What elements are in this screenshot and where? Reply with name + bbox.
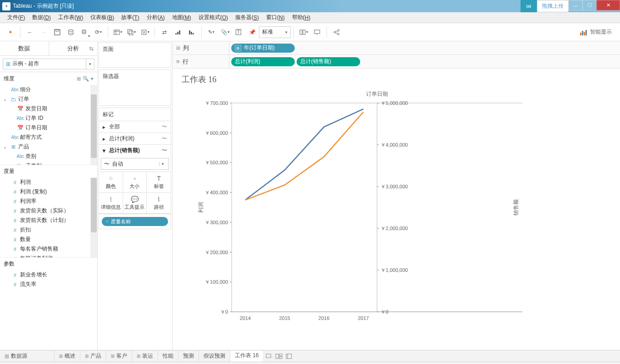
menu-7[interactable]: 设置格式(O): [195, 12, 232, 23]
mark-cell-详细信息[interactable]: ⁞详细信息: [99, 193, 123, 214]
redo-button[interactable]: →: [37, 25, 50, 39]
menu-0[interactable]: 文件(F): [4, 12, 29, 23]
field-每笔订单利润[interactable]: #每笔订单利润: [0, 254, 97, 257]
scrollbar[interactable]: [90, 177, 97, 257]
menu-icon[interactable]: ▾: [91, 76, 94, 82]
datasource-dropdown-arrow[interactable]: ▾: [86, 59, 94, 69]
pill-sum-sales[interactable]: 总计(销售额): [297, 57, 360, 66]
field-发货前天数（计划）[interactable]: #发货前天数（计划）: [0, 216, 97, 225]
show-me-button[interactable]: 智能显示: [580, 28, 616, 36]
field-邮寄方式[interactable]: Abc邮寄方式: [0, 133, 97, 142]
sort-asc-button[interactable]: [171, 25, 185, 39]
marks-all[interactable]: ▸全部〜: [99, 121, 171, 133]
field-利润率[interactable]: #利润率: [0, 197, 97, 206]
sheet-tab-工作表 16[interactable]: 工作表 16: [230, 350, 264, 362]
viz-title[interactable]: 工作表 16: [182, 74, 611, 85]
presentation-button[interactable]: [310, 25, 324, 39]
pill-year-orderdate[interactable]: ⊞年(订单日期): [231, 44, 295, 53]
new-worksheet-tab-button[interactable]: +: [264, 350, 274, 362]
view-icon[interactable]: ⊞: [77, 76, 81, 82]
field-订单 ID[interactable]: Abc订单 ID: [0, 113, 97, 123]
pin-button[interactable]: 📌: [245, 25, 259, 39]
pause-refresh-button[interactable]: ▾: [78, 25, 91, 39]
tab-data[interactable]: 数据: [0, 41, 49, 55]
field-订单日期[interactable]: 📅订单日期: [0, 123, 97, 133]
menu-5[interactable]: 分析(A): [143, 12, 169, 23]
param-流失率[interactable]: #流失率: [0, 280, 97, 289]
field-产品[interactable]: ⌄⊞产品: [0, 142, 97, 152]
save-button[interactable]: [50, 25, 64, 39]
pages-shelf[interactable]: 页面: [99, 42, 171, 68]
menu-9[interactable]: 窗口(N): [263, 12, 288, 23]
minimize-button[interactable]: —: [568, 0, 583, 10]
group-button[interactable]: 📎▾: [218, 25, 232, 39]
labels-button[interactable]: T: [232, 25, 245, 39]
tab-analytics[interactable]: 分析⇆: [49, 41, 98, 55]
pill-sum-profit[interactable]: 总计(利润): [231, 57, 295, 66]
drag-upload-button[interactable]: 拖拽上传: [537, 0, 569, 12]
field-订单[interactable]: ⌄🗀订单: [0, 94, 97, 104]
mark-cell-颜色[interactable]: ⁘颜色: [99, 172, 123, 193]
field-发货日期[interactable]: 📅发货日期: [0, 104, 97, 113]
sheet-tab-装运[interactable]: ⊞装运: [132, 350, 158, 362]
clear-button[interactable]: ▾: [138, 25, 152, 39]
field-每名客户销售额[interactable]: #每名客户销售额: [0, 244, 97, 254]
columns-shelf[interactable]: iii列 ⊞年(订单日期): [173, 41, 620, 55]
close-button[interactable]: ✕: [596, 0, 620, 10]
undo-button[interactable]: ←: [23, 25, 37, 39]
svg-text:￥5,000,000: ￥5,000,000: [381, 100, 408, 106]
mark-type-dropdown[interactable]: 〜自动▾: [101, 158, 169, 170]
viz-canvas[interactable]: 工作表 16 订单日期￥0￥100,000￥200,000￥300,000￥40…: [173, 69, 620, 350]
sheet-tab-假设预测[interactable]: 假设预测: [199, 350, 230, 362]
refresh-button[interactable]: ⟳▾: [91, 25, 105, 39]
menu-3[interactable]: 仪表板(B): [87, 12, 118, 23]
swap-button[interactable]: ⇄: [158, 25, 171, 39]
show-cards-button[interactable]: ▾: [297, 25, 310, 39]
duplicate-button[interactable]: ▾: [124, 25, 138, 39]
sheet-tab-概述[interactable]: ⊞概述: [55, 350, 80, 362]
menu-4[interactable]: 故事(T): [118, 12, 143, 23]
param-新业务增长[interactable]: #新业务增长: [0, 270, 97, 280]
field-细分[interactable]: Abc细分: [0, 85, 97, 94]
highlight-button[interactable]: ✎▾: [204, 25, 218, 39]
tab-datasource[interactable]: ⊞数据源: [0, 350, 55, 362]
sheet-tab-产品[interactable]: ⊞产品: [80, 350, 106, 362]
new-datasource-button[interactable]: [64, 25, 78, 39]
sheet-tab-预测[interactable]: 预测: [179, 350, 199, 362]
datasource-dropdown[interactable]: ⊞ 示例 - 超市: [3, 59, 86, 69]
rows-shelf[interactable]: ≡行 总计(利润) 总计(销售额): [173, 55, 620, 69]
new-dashboard-tab-button[interactable]: [274, 350, 284, 362]
sheet-tab-性能[interactable]: 性能: [158, 350, 179, 362]
fit-dropdown[interactable]: 标准▾: [259, 26, 291, 38]
mark-cell-标签[interactable]: T标签: [147, 172, 171, 193]
sheet-tab-客户[interactable]: ⊞客户: [106, 350, 132, 362]
filters-shelf[interactable]: 筛选器: [99, 69, 171, 106]
field-利润 (复制)[interactable]: #利润 (复制): [0, 187, 97, 197]
menu-10[interactable]: 帮助(H): [288, 12, 314, 23]
marks-sales[interactable]: ▾总计(销售额)〜: [99, 144, 171, 156]
tableau-logo-icon[interactable]: ✦: [4, 25, 17, 39]
maximize-button[interactable]: ☐: [582, 0, 597, 10]
field-类别[interactable]: Abc类别: [0, 152, 97, 161]
scrollbar[interactable]: [90, 85, 97, 165]
cloud-upload-button[interactable]: ∞: [521, 0, 537, 12]
share-button[interactable]: [330, 25, 343, 39]
menu-6[interactable]: 地图(M): [169, 12, 195, 23]
new-story-tab-button[interactable]: [284, 350, 294, 362]
mark-cell-大小[interactable]: ◦大小: [123, 172, 147, 193]
sort-desc-button[interactable]: [185, 25, 198, 39]
field-折扣[interactable]: #折扣: [0, 225, 97, 235]
field-发货前天数（实际）[interactable]: #发货前天数（实际）: [0, 206, 97, 216]
marks-profit[interactable]: ▸总计(利润)〜: [99, 133, 171, 144]
menu-8[interactable]: 服务器(S): [232, 12, 263, 23]
new-worksheet-button[interactable]: ▾: [111, 25, 124, 39]
mark-cell-路径[interactable]: ⌇路径: [147, 193, 171, 214]
search-icon[interactable]: 🔍: [83, 76, 89, 82]
menu-1[interactable]: 数据(D): [29, 12, 55, 23]
field-数量[interactable]: #数量: [0, 235, 97, 244]
pill-measure-names[interactable]: ⁘度量名称: [102, 217, 168, 226]
menu-2[interactable]: 工作表(W): [55, 12, 87, 23]
field-子类别[interactable]: Abc子类别: [0, 161, 97, 165]
mark-cell-工具提示[interactable]: 💬工具提示: [123, 193, 147, 214]
field-利润[interactable]: #利润: [0, 177, 97, 187]
